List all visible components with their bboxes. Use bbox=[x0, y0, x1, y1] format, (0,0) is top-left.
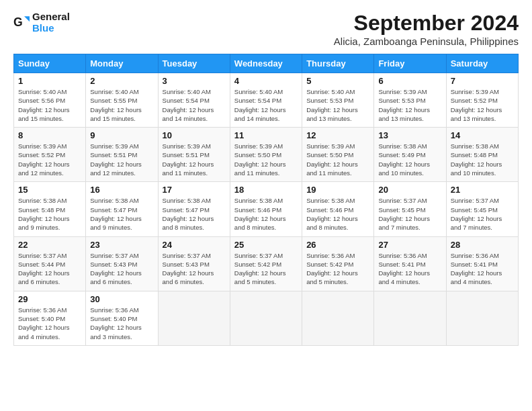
calendar-cell: 15Sunrise: 5:38 AMSunset: 5:48 PMDayligh… bbox=[14, 182, 86, 236]
day-number: 18 bbox=[234, 185, 298, 195]
calendar-week-5: 29Sunrise: 5:36 AMSunset: 5:40 PMDayligh… bbox=[14, 291, 519, 345]
calendar-cell: 1Sunrise: 5:40 AMSunset: 5:56 PMDaylight… bbox=[14, 73, 86, 128]
day-number: 30 bbox=[90, 294, 153, 304]
day-number: 24 bbox=[163, 240, 226, 250]
logo: G General Blue bbox=[13, 11, 70, 34]
day-number: 1 bbox=[18, 76, 81, 86]
day-number: 15 bbox=[18, 185, 81, 195]
day-number: 17 bbox=[163, 185, 226, 195]
day-info: Sunrise: 5:38 AMSunset: 5:47 PMDaylight:… bbox=[90, 196, 153, 232]
day-number: 10 bbox=[163, 130, 226, 140]
day-info: Sunrise: 5:39 AMSunset: 5:51 PMDaylight:… bbox=[163, 142, 226, 177]
calendar-cell: 21Sunrise: 5:37 AMSunset: 5:45 PMDayligh… bbox=[446, 182, 518, 236]
day-number: 28 bbox=[451, 240, 514, 250]
day-info: Sunrise: 5:36 AMSunset: 5:40 PMDaylight:… bbox=[18, 306, 81, 341]
day-number: 22 bbox=[18, 240, 81, 250]
day-number: 16 bbox=[90, 185, 153, 195]
calendar-cell: 28Sunrise: 5:36 AMSunset: 5:41 PMDayligh… bbox=[446, 236, 518, 291]
day-info: Sunrise: 5:39 AMSunset: 5:52 PMDaylight:… bbox=[18, 142, 81, 177]
day-number: 27 bbox=[378, 240, 441, 250]
day-number: 12 bbox=[306, 130, 369, 140]
day-info: Sunrise: 5:39 AMSunset: 5:50 PMDaylight:… bbox=[306, 142, 369, 177]
calendar-cell: 18Sunrise: 5:38 AMSunset: 5:46 PMDayligh… bbox=[230, 182, 302, 236]
calendar-cell: 14Sunrise: 5:38 AMSunset: 5:48 PMDayligh… bbox=[446, 128, 518, 182]
calendar-cell: 24Sunrise: 5:37 AMSunset: 5:43 PMDayligh… bbox=[158, 236, 230, 291]
day-number: 29 bbox=[18, 294, 81, 304]
day-header-monday: Monday bbox=[86, 54, 158, 73]
day-number: 6 bbox=[378, 76, 441, 86]
day-number: 9 bbox=[90, 130, 153, 140]
calendar-cell: 30Sunrise: 5:36 AMSunset: 5:40 PMDayligh… bbox=[86, 291, 158, 345]
day-number: 5 bbox=[306, 76, 369, 86]
calendar-cell: 17Sunrise: 5:38 AMSunset: 5:47 PMDayligh… bbox=[158, 182, 230, 236]
calendar-cell: 9Sunrise: 5:39 AMSunset: 5:51 PMDaylight… bbox=[86, 128, 158, 182]
day-header-sunday: Sunday bbox=[14, 54, 86, 73]
day-info: Sunrise: 5:37 AMSunset: 5:43 PMDaylight:… bbox=[90, 251, 153, 287]
day-info: Sunrise: 5:37 AMSunset: 5:43 PMDaylight:… bbox=[163, 251, 226, 287]
day-info: Sunrise: 5:39 AMSunset: 5:50 PMDaylight:… bbox=[234, 142, 298, 177]
calendar-cell: 7Sunrise: 5:39 AMSunset: 5:52 PMDaylight… bbox=[446, 73, 518, 128]
day-number: 11 bbox=[234, 130, 298, 140]
day-number: 19 bbox=[306, 185, 369, 195]
day-info: Sunrise: 5:36 AMSunset: 5:41 PMDaylight:… bbox=[378, 251, 441, 287]
calendar-cell: 2Sunrise: 5:40 AMSunset: 5:55 PMDaylight… bbox=[86, 73, 158, 128]
calendar-cell: 13Sunrise: 5:38 AMSunset: 5:49 PMDayligh… bbox=[374, 128, 446, 182]
day-info: Sunrise: 5:38 AMSunset: 5:49 PMDaylight:… bbox=[378, 142, 441, 177]
day-header-thursday: Thursday bbox=[302, 54, 374, 73]
calendar-cell: 19Sunrise: 5:38 AMSunset: 5:46 PMDayligh… bbox=[302, 182, 374, 236]
calendar-cell bbox=[302, 291, 374, 345]
day-number: 4 bbox=[234, 76, 298, 86]
calendar-cell bbox=[374, 291, 446, 345]
day-number: 13 bbox=[378, 130, 441, 140]
day-number: 2 bbox=[90, 76, 153, 86]
day-number: 20 bbox=[378, 185, 441, 195]
month-title: September 2024 bbox=[334, 11, 519, 36]
day-info: Sunrise: 5:38 AMSunset: 5:47 PMDaylight:… bbox=[163, 196, 226, 232]
logo-icon: G bbox=[13, 14, 30, 30]
calendar-cell: 25Sunrise: 5:37 AMSunset: 5:42 PMDayligh… bbox=[230, 236, 302, 291]
calendar-cell bbox=[230, 291, 302, 345]
location-title: Alicia, Zamboanga Peninsula, Philippines bbox=[334, 36, 519, 47]
day-number: 23 bbox=[90, 240, 153, 250]
day-number: 21 bbox=[451, 185, 514, 195]
day-number: 3 bbox=[163, 76, 226, 86]
day-info: Sunrise: 5:38 AMSunset: 5:48 PMDaylight:… bbox=[451, 142, 514, 177]
day-header-saturday: Saturday bbox=[446, 54, 518, 73]
calendar-cell bbox=[158, 291, 230, 345]
calendar-cell bbox=[446, 291, 518, 345]
calendar-cell: 23Sunrise: 5:37 AMSunset: 5:43 PMDayligh… bbox=[86, 236, 158, 291]
day-info: Sunrise: 5:38 AMSunset: 5:46 PMDaylight:… bbox=[234, 196, 298, 232]
calendar-cell: 20Sunrise: 5:37 AMSunset: 5:45 PMDayligh… bbox=[374, 182, 446, 236]
day-info: Sunrise: 5:40 AMSunset: 5:56 PMDaylight:… bbox=[18, 87, 81, 123]
calendar-week-3: 15Sunrise: 5:38 AMSunset: 5:48 PMDayligh… bbox=[14, 182, 519, 236]
day-info: Sunrise: 5:37 AMSunset: 5:42 PMDaylight:… bbox=[234, 251, 298, 287]
calendar-cell: 12Sunrise: 5:39 AMSunset: 5:50 PMDayligh… bbox=[302, 128, 374, 182]
calendar-week-1: 1Sunrise: 5:40 AMSunset: 5:56 PMDaylight… bbox=[14, 73, 519, 128]
calendar-week-4: 22Sunrise: 5:37 AMSunset: 5:44 PMDayligh… bbox=[14, 236, 519, 291]
day-info: Sunrise: 5:40 AMSunset: 5:54 PMDaylight:… bbox=[234, 87, 298, 123]
calendar-cell: 22Sunrise: 5:37 AMSunset: 5:44 PMDayligh… bbox=[14, 236, 86, 291]
header: G General Blue September 2024 Alicia, Za… bbox=[13, 11, 519, 47]
calendar-cell: 8Sunrise: 5:39 AMSunset: 5:52 PMDaylight… bbox=[14, 128, 86, 182]
day-number: 14 bbox=[451, 130, 514, 140]
day-info: Sunrise: 5:39 AMSunset: 5:51 PMDaylight:… bbox=[90, 142, 153, 177]
day-info: Sunrise: 5:40 AMSunset: 5:54 PMDaylight:… bbox=[163, 87, 226, 123]
day-info: Sunrise: 5:38 AMSunset: 5:46 PMDaylight:… bbox=[306, 196, 369, 232]
calendar-cell: 6Sunrise: 5:39 AMSunset: 5:53 PMDaylight… bbox=[374, 73, 446, 128]
day-info: Sunrise: 5:36 AMSunset: 5:41 PMDaylight:… bbox=[451, 251, 514, 287]
day-info: Sunrise: 5:40 AMSunset: 5:55 PMDaylight:… bbox=[90, 87, 153, 123]
day-header-wednesday: Wednesday bbox=[230, 54, 302, 73]
svg-marker-1 bbox=[24, 16, 30, 21]
day-info: Sunrise: 5:36 AMSunset: 5:42 PMDaylight:… bbox=[306, 251, 369, 287]
day-number: 7 bbox=[451, 76, 514, 86]
calendar-cell: 5Sunrise: 5:40 AMSunset: 5:53 PMDaylight… bbox=[302, 73, 374, 128]
day-info: Sunrise: 5:38 AMSunset: 5:48 PMDaylight:… bbox=[18, 196, 81, 232]
day-number: 8 bbox=[18, 130, 81, 140]
calendar-table: SundayMondayTuesdayWednesdayThursdayFrid… bbox=[13, 54, 519, 346]
calendar-cell: 11Sunrise: 5:39 AMSunset: 5:50 PMDayligh… bbox=[230, 128, 302, 182]
day-info: Sunrise: 5:39 AMSunset: 5:53 PMDaylight:… bbox=[378, 87, 441, 123]
day-info: Sunrise: 5:37 AMSunset: 5:45 PMDaylight:… bbox=[451, 196, 514, 232]
day-info: Sunrise: 5:40 AMSunset: 5:53 PMDaylight:… bbox=[306, 87, 369, 123]
calendar-cell: 3Sunrise: 5:40 AMSunset: 5:54 PMDaylight… bbox=[158, 73, 230, 128]
title-area: September 2024 Alicia, Zamboanga Peninsu… bbox=[334, 11, 519, 47]
